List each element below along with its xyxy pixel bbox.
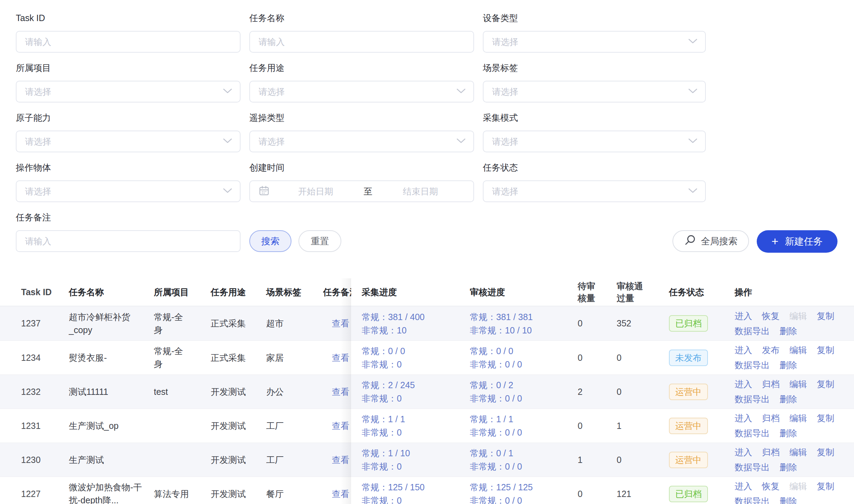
- action-enter[interactable]: 进入: [735, 379, 752, 390]
- action-enter[interactable]: 进入: [735, 413, 752, 424]
- action-delete[interactable]: 删除: [780, 428, 797, 439]
- project-cell: 常规-全身: [154, 345, 211, 371]
- action-edit[interactable]: 编辑: [789, 481, 807, 492]
- placeholder-text: 请输入: [25, 236, 51, 247]
- action-archive[interactable]: 归档: [762, 447, 780, 458]
- new-task-button[interactable]: + 新建任务: [757, 230, 837, 253]
- note-cell: 查看: [323, 454, 358, 466]
- action-export[interactable]: 数据导出: [735, 428, 770, 439]
- operate-object-select[interactable]: 请选择: [16, 180, 241, 202]
- end-date-placeholder[interactable]: 结束日期: [376, 186, 465, 197]
- filter-label: 设备类型: [483, 13, 706, 23]
- action-copy[interactable]: 复制: [817, 345, 834, 356]
- action-export[interactable]: 数据导出: [735, 394, 770, 405]
- view-note-link[interactable]: 查看: [332, 489, 349, 499]
- filter-scene-tag: 场景标签 请选择: [483, 62, 706, 102]
- header-project: 所属项目: [154, 286, 211, 298]
- action-restore[interactable]: 恢复: [762, 481, 780, 492]
- device-type-select[interactable]: 请选择: [483, 31, 706, 53]
- placeholder-text: 请选择: [25, 186, 51, 197]
- scene-tag-select[interactable]: 请选择: [483, 81, 706, 102]
- filter-label: 场景标签: [483, 62, 706, 73]
- placeholder-text: 请输入: [258, 36, 285, 48]
- action-export[interactable]: 数据导出: [735, 462, 770, 473]
- action-delete[interactable]: 删除: [780, 394, 797, 405]
- status-badge: 未发布: [669, 350, 708, 366]
- purpose-cell: 开发测试: [211, 488, 266, 500]
- note-cell: 查看: [323, 420, 358, 432]
- search-button[interactable]: 搜索: [249, 230, 291, 252]
- action-edit[interactable]: 编辑: [789, 345, 807, 356]
- collect-progress-cell: 常规：0 / 0非常规：0: [358, 344, 466, 371]
- task-purpose-select[interactable]: 请选择: [249, 81, 474, 102]
- header-scene-tag: 场景标签: [266, 286, 323, 298]
- action-copy[interactable]: 复制: [817, 311, 834, 321]
- pending-count-cell: 1: [572, 455, 611, 465]
- collect-mode-select[interactable]: 请选择: [483, 131, 706, 152]
- action-copy[interactable]: 复制: [817, 379, 834, 390]
- task-id-cell: 1234: [0, 353, 69, 363]
- filter-label: 所属项目: [16, 62, 241, 73]
- status-cell: 运营中: [664, 384, 729, 400]
- note-cell: 查看: [323, 352, 358, 364]
- task-status-select[interactable]: 请选择: [483, 180, 706, 202]
- action-archive[interactable]: 归档: [762, 413, 780, 424]
- header-collect-progress: 采集进度: [358, 285, 466, 299]
- action-edit[interactable]: 编辑: [789, 379, 807, 390]
- actions-cell: 进入 恢复 编辑 复制 数据导出 删除: [729, 311, 854, 337]
- action-publish[interactable]: 发布: [762, 345, 780, 356]
- placeholder-text: 请选择: [258, 86, 285, 98]
- chevron-down-icon: [688, 188, 697, 195]
- action-delete[interactable]: 删除: [780, 326, 797, 337]
- action-edit[interactable]: 编辑: [789, 311, 807, 321]
- action-delete[interactable]: 删除: [780, 462, 797, 473]
- project-select[interactable]: 请选择: [16, 81, 241, 102]
- global-search-button[interactable]: 全局搜索: [672, 230, 749, 252]
- action-copy[interactable]: 复制: [817, 447, 834, 458]
- start-date-placeholder[interactable]: 开始日期: [271, 186, 360, 197]
- action-export[interactable]: 数据导出: [735, 496, 770, 504]
- view-note-link[interactable]: 查看: [332, 318, 349, 328]
- view-note-link[interactable]: 查看: [332, 387, 349, 397]
- task-id-input[interactable]: 请输入: [16, 31, 241, 53]
- actions-cell: 进入 发布 编辑 复制 数据导出 删除: [729, 345, 854, 371]
- action-export[interactable]: 数据导出: [735, 326, 770, 337]
- pending-count-cell: 0: [572, 318, 611, 329]
- plus-icon: +: [771, 235, 779, 247]
- reset-button[interactable]: 重置: [298, 230, 341, 252]
- pending-count-cell: 0: [572, 421, 611, 431]
- collect-progress-cell: 常规：381 / 400非常规：10: [358, 310, 466, 337]
- task-name-cell: 测试11111: [69, 385, 154, 398]
- purpose-cell: 开发测试: [211, 454, 266, 466]
- action-enter[interactable]: 进入: [735, 311, 752, 321]
- action-enter[interactable]: 进入: [735, 345, 752, 356]
- action-restore[interactable]: 恢复: [762, 311, 780, 321]
- action-copy[interactable]: 复制: [817, 413, 834, 424]
- create-time-range-picker[interactable]: 开始日期 至 结束日期: [249, 180, 474, 202]
- status-badge: 已归档: [669, 486, 708, 502]
- action-edit[interactable]: 编辑: [789, 447, 807, 458]
- placeholder-text: 请选择: [492, 36, 518, 48]
- atomic-capability-select[interactable]: 请选择: [16, 131, 241, 152]
- chevron-down-icon: [688, 138, 697, 145]
- action-export[interactable]: 数据导出: [735, 360, 770, 371]
- view-note-link[interactable]: 查看: [332, 353, 349, 363]
- action-delete[interactable]: 删除: [780, 496, 797, 504]
- placeholder-text: 请选择: [25, 136, 51, 147]
- action-edit[interactable]: 编辑: [789, 413, 807, 424]
- teleop-type-select[interactable]: 请选择: [249, 131, 474, 152]
- action-delete[interactable]: 删除: [780, 360, 797, 371]
- task-note-input[interactable]: 请输入: [16, 230, 241, 252]
- view-note-link[interactable]: 查看: [332, 455, 349, 465]
- chevron-down-icon: [688, 88, 697, 95]
- action-archive[interactable]: 归档: [762, 379, 780, 390]
- action-copy[interactable]: 复制: [817, 481, 834, 492]
- table-row: 1237 超市冷鲜柜补货_copy 常规-全身 正式采集 超市 查看 常规：38…: [0, 306, 854, 340]
- table-row: 1232 测试11111 test 开发测试 办公 查看 常规：2 / 245非…: [0, 374, 854, 409]
- header-task-name: 任务名称: [69, 286, 154, 298]
- action-enter[interactable]: 进入: [735, 481, 752, 492]
- action-enter[interactable]: 进入: [735, 447, 752, 458]
- task-name-input[interactable]: 请输入: [249, 31, 474, 53]
- view-note-link[interactable]: 查看: [332, 421, 349, 431]
- filter-panel: Task ID 请输入 任务名称 请输入 设备类型 请选择 所属项目 请选择: [0, 0, 854, 262]
